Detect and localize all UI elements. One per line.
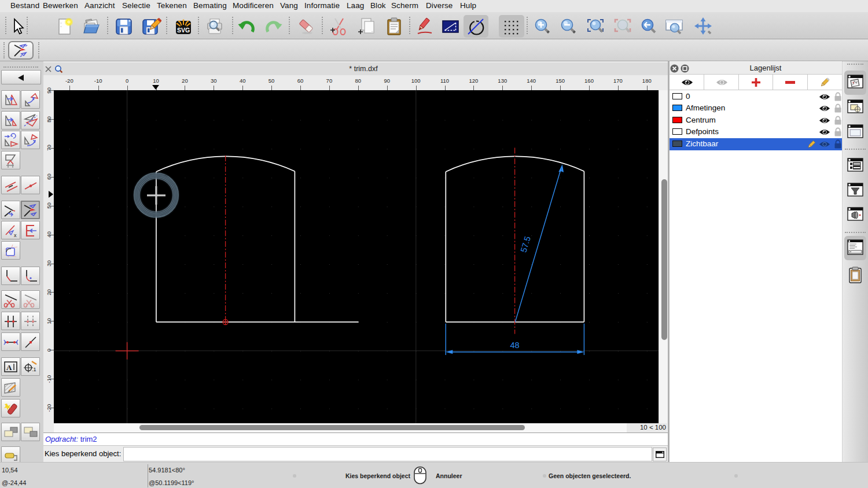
- svg-text:x: x: [14, 232, 17, 238]
- svg-text:A: A: [6, 363, 12, 372]
- svg-text:48: 48: [510, 341, 520, 350]
- svg-text:.1: .1: [32, 367, 36, 372]
- svg-text:SVG: SVG: [177, 27, 190, 34]
- svg-text:57.5: 57.5: [519, 235, 532, 254]
